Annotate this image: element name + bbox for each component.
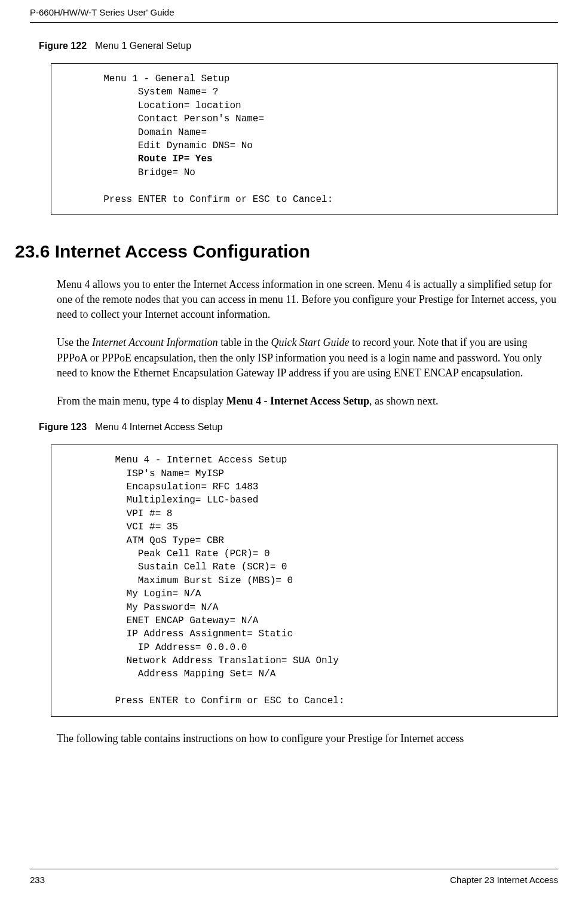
para-1: Menu 4 allows you to enter the Internet … <box>57 277 558 323</box>
figure-123-caption: Figure 123Menu 4 Internet Access Setup <box>39 422 558 433</box>
section-heading-23-6: 23.6 Internet Access Configuration <box>15 241 558 262</box>
para3-bold: Menu 4 - Internet Access Setup <box>226 395 369 407</box>
menu4-line7: ATM QoS Type= CBR <box>63 535 224 546</box>
closing-paragraph: The following table contains instruction… <box>57 731 558 746</box>
figure-122-caption: Figure 122Menu 1 General Setup <box>39 41 558 51</box>
para3-post: , as shown next. <box>369 395 439 407</box>
menu4-line8: Peak Cell Rate (PCR)= 0 <box>63 548 270 559</box>
footer-divider <box>30 869 558 869</box>
menu4-line4: Multiplexing= LLC-based <box>63 495 258 505</box>
para2-italic2: Quick Start Guide <box>271 336 350 348</box>
menu1-line8: Bridge= No <box>63 167 195 178</box>
para2-italic1: Internet Account Information <box>92 336 218 348</box>
menu4-line10: Maximum Burst Size (MBS)= 0 <box>63 575 293 586</box>
page-header: P-660H/HW/W-T Series User' Guide <box>0 0 588 22</box>
menu4-line19: Press ENTER to Confirm or ESC to Cancel: <box>63 695 344 706</box>
figure-122-title: Menu 1 General Setup <box>95 41 191 51</box>
menu4-line3: Encapsulation= RFC 1483 <box>63 482 258 492</box>
menu-4-box: Menu 4 - Internet Access Setup ISP's Nam… <box>51 445 558 716</box>
menu4-line15: IP Address= 0.0.0.0 <box>63 642 247 653</box>
menu1-line1: Menu 1 - General Setup <box>63 73 229 84</box>
menu4-line6: VCI #= 35 <box>63 522 178 532</box>
menu4-line14: IP Address Assignment= Static <box>63 629 293 639</box>
para2-pre: Use the <box>57 336 92 348</box>
menu-1-box: Menu 1 - General Setup System Name= ? Lo… <box>51 63 558 215</box>
page-content: Figure 122Menu 1 General Setup Menu 1 - … <box>0 23 588 746</box>
page-number: 233 <box>30 875 45 885</box>
chapter-title: Chapter 23 Internet Access <box>450 875 558 885</box>
page-footer: 233 Chapter 23 Internet Access <box>0 870 588 885</box>
menu4-line13: ENET ENCAP Gateway= N/A <box>63 615 258 626</box>
menu4-line12: My Password= N/A <box>63 602 218 613</box>
menu4-line2: ISP's Name= MyISP <box>63 468 224 479</box>
menu1-line3: Location= location <box>63 100 241 111</box>
menu1-line2: System Name= ? <box>63 87 218 97</box>
menu1-line10: Press ENTER to Confirm or ESC to Cancel: <box>63 194 333 205</box>
menu1-line5: Domain Name= <box>63 127 207 138</box>
menu4-line11: My Login= N/A <box>63 589 201 599</box>
menu4-line1: Menu 4 - Internet Access Setup <box>63 455 287 465</box>
para-2: Use the Internet Account Information tab… <box>57 335 558 381</box>
menu4-line9: Sustain Cell Rate (SCR)= 0 <box>63 562 287 572</box>
guide-title: P-660H/HW/W-T Series User' Guide <box>30 7 174 17</box>
menu1-line4: Contact Person's Name= <box>63 114 264 124</box>
menu1-line7: Route IP= Yes <box>63 154 213 164</box>
para-3: From the main menu, type 4 to display Me… <box>57 394 558 409</box>
figure-122-label: Figure 122 <box>39 41 87 51</box>
para3-pre: From the main menu, type 4 to display <box>57 395 226 407</box>
figure-123-title: Menu 4 Internet Access Setup <box>95 422 222 432</box>
para2-mid1: table in the <box>218 336 271 348</box>
menu1-line6: Edit Dynamic DNS= No <box>63 140 253 151</box>
menu4-line5: VPI #= 8 <box>63 508 172 519</box>
figure-123-label: Figure 123 <box>39 422 87 432</box>
menu4-line16: Network Address Translation= SUA Only <box>63 655 339 666</box>
menu4-line17: Address Mapping Set= N/A <box>63 669 275 679</box>
